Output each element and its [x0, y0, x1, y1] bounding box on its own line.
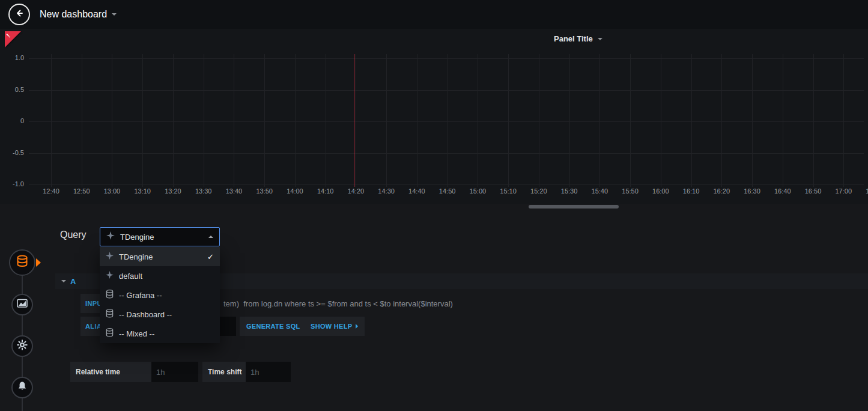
gridline-vertical [204, 54, 204, 187]
top-navbar: New dashboard [0, 0, 868, 29]
datasource-select-value: TDengine [120, 233, 154, 242]
horizontal-scrollbar-thumb[interactable] [529, 205, 619, 209]
x-axis-label: 15:20 [522, 187, 556, 195]
show-help-label: SHOW HELP [311, 323, 352, 330]
tab-queries[interactable] [9, 249, 35, 276]
gridline-horizontal [29, 184, 864, 185]
datasource-select[interactable]: TDengine [100, 227, 220, 246]
sql-text: tem) from log.dn where ts >= $from and t… [223, 299, 453, 308]
tab-visualization[interactable] [11, 294, 33, 315]
query-section-label: Query [60, 230, 86, 240]
datasource-option-label: default [119, 272, 142, 281]
datasource-option[interactable]: -- Dashboard -- [100, 305, 220, 324]
x-axis-label: 14:50 [431, 187, 464, 195]
time-shift-label: Time shift [202, 362, 246, 382]
datasource-option-label: -- Mixed -- [119, 329, 154, 338]
x-axis-label: 16:10 [675, 187, 708, 195]
gridline-vertical [295, 54, 296, 187]
gridline-vertical [417, 54, 417, 187]
database-icon [106, 309, 114, 320]
x-axis-label: 14:00 [278, 187, 312, 195]
gridline-vertical [721, 54, 722, 187]
chevron-right-icon [356, 324, 358, 329]
x-axis-label: 14:30 [369, 187, 403, 195]
x-axis-label: 16:50 [797, 187, 830, 195]
bell-icon [17, 381, 28, 394]
check-icon: ✓ [207, 252, 214, 261]
gridline-vertical [813, 54, 814, 187]
sparkle-icon [106, 252, 114, 261]
gridline-vertical [448, 54, 448, 187]
dashboard-title-dropdown[interactable]: New dashboard [40, 9, 117, 20]
gridline-vertical [173, 54, 174, 187]
datasource-option[interactable]: -- Mixed -- [100, 324, 220, 343]
gridline-horizontal [29, 153, 864, 154]
database-icon [106, 290, 114, 300]
gridline-vertical [386, 54, 387, 187]
relative-time-input[interactable] [151, 362, 198, 382]
query-row-id: A [70, 277, 76, 286]
dashboard-title: New dashboard [40, 9, 107, 20]
sparkle-icon [106, 271, 114, 281]
tab-alert[interactable] [11, 377, 33, 398]
datasource-option[interactable]: -- Grafana -- [100, 285, 220, 305]
panel-title-dropdown[interactable]: Panel Title [554, 34, 602, 43]
sql-input[interactable]: tem) from log.dn where ts >= $from and t… [143, 294, 863, 313]
y-axis-label: -0.5 [1, 149, 24, 156]
x-axis-label: 16:40 [766, 187, 800, 195]
arrow-left-icon [14, 8, 24, 20]
datasource-dropdown-menu: TDengine✓default-- Grafana ---- Dashboar… [100, 247, 220, 343]
gridline-vertical [661, 54, 661, 187]
gridline-vertical [539, 54, 539, 187]
x-axis-label: 13:10 [126, 187, 159, 195]
chevron-down-icon [61, 280, 66, 282]
x-axis-label: 12:50 [65, 187, 99, 195]
x-axis-label: 15:00 [461, 187, 494, 195]
gridline-vertical [508, 54, 509, 187]
gridline-vertical [843, 54, 844, 187]
x-axis-label: 14:40 [400, 187, 434, 195]
datasource-option-label: -- Grafana -- [119, 291, 162, 300]
chart-panel: ! Panel Title 1.00.50-0.5-1.012:4012:501… [0, 29, 868, 204]
generate-sql-button[interactable]: GENERATE SQL [240, 317, 313, 336]
time-shift-input[interactable] [246, 362, 291, 382]
x-axis-label: 15:10 [491, 187, 525, 195]
datasource-option-label: -- Dashboard -- [119, 310, 172, 319]
gridline-horizontal [29, 90, 864, 91]
gridline-vertical [112, 54, 112, 187]
x-axis-label: 14:10 [309, 187, 342, 195]
x-axis-label: 16:30 [735, 187, 769, 195]
gridline-vertical [752, 54, 753, 187]
datasource-option[interactable]: TDengine✓ [100, 247, 220, 266]
active-tab-pointer-icon [36, 258, 41, 267]
database-icon [106, 328, 114, 339]
x-axis-label: 13:00 [95, 187, 129, 195]
y-axis-label: -1.0 [1, 180, 24, 187]
gridline-vertical [82, 54, 82, 187]
x-axis-label: 13:40 [217, 187, 250, 195]
gridline-vertical [691, 54, 692, 187]
generate-sql-label: GENERATE SQL [246, 323, 300, 330]
gridline-horizontal [29, 58, 864, 59]
show-help-button[interactable]: SHOW HELP [304, 317, 365, 336]
back-button[interactable] [8, 4, 30, 25]
x-axis-label: 13:50 [247, 187, 281, 195]
datasource-option[interactable]: default [100, 266, 220, 285]
gear-icon [17, 339, 28, 353]
gridline-vertical [51, 54, 52, 187]
panel-title: Panel Title [554, 34, 593, 43]
gridline-vertical [569, 54, 570, 187]
chevron-down-icon [598, 38, 602, 40]
annotation-line [354, 54, 354, 187]
x-axis-label: 13:20 [156, 187, 190, 195]
x-axis-label: 15:30 [553, 187, 586, 195]
relative-time-label: Relative time [70, 362, 151, 382]
gridline-vertical [142, 54, 143, 187]
y-axis-label: 0.5 [1, 86, 24, 93]
gridline-horizontal [29, 121, 864, 122]
tab-general[interactable] [11, 335, 33, 357]
datasource-option-label: TDengine [119, 252, 153, 261]
gridline-vertical [478, 54, 478, 187]
chevron-down-icon [112, 13, 117, 16]
gridline-vertical [783, 54, 783, 187]
